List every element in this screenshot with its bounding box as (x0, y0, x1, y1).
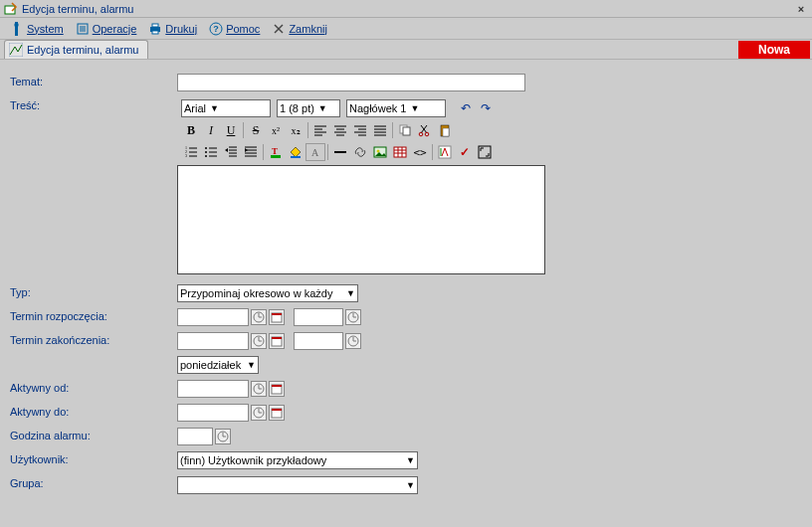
input-end-date[interactable] (177, 332, 249, 350)
calendar-picker-icon[interactable] (269, 405, 285, 421)
menu-zamknij-label: Zamknij (289, 23, 327, 35)
window-icon (4, 2, 18, 16)
rich-text-editor: Arial▼ 1 (8 pt)▼ Nagłówek 1▼ ↶ ↷ (177, 97, 545, 274)
clock-picker-icon[interactable] (251, 309, 267, 325)
italic-icon[interactable]: I (201, 121, 221, 139)
calendar-picker-icon[interactable] (269, 381, 285, 397)
menu-pomoc[interactable]: ? Pomoc (203, 22, 266, 36)
select-group[interactable]: ▼ (177, 476, 418, 494)
input-alarm-time[interactable] (177, 428, 213, 445)
redo-icon[interactable]: ↷ (476, 99, 496, 117)
clock-picker-icon[interactable] (345, 309, 361, 325)
align-justify-icon[interactable] (370, 121, 390, 139)
label-uzytkownik: Użytkownik: (10, 451, 177, 465)
font-color-icon[interactable]: T (266, 143, 286, 161)
table-icon[interactable] (390, 143, 410, 161)
clock-picker-icon[interactable] (251, 405, 267, 421)
input-active-to[interactable] (177, 404, 249, 422)
menu-zamknij[interactable]: Zamknij (266, 22, 333, 36)
editor-toolbar-2: B I U S x² x₂ (177, 119, 545, 141)
editor-heading-value: Nagłówek 1 (349, 102, 406, 114)
editor-toolbar-3: 123 T (177, 141, 545, 163)
svg-point-2 (14, 22, 18, 26)
tab-label: Edycja terminu, alarmu (27, 44, 139, 56)
select-day[interactable]: poniedziałek ▼ (177, 356, 259, 374)
clock-picker-icon[interactable] (215, 429, 231, 444)
toolbar-separator (432, 144, 433, 160)
status-badge-nowa: Nowa (738, 41, 810, 59)
calendar-picker-icon[interactable] (269, 333, 285, 349)
link-icon[interactable] (350, 143, 370, 161)
close-icon (272, 22, 286, 36)
toolbar-separator (392, 122, 393, 138)
menu-drukuj-label: Drukuj (165, 23, 197, 35)
unordered-list-icon[interactable] (201, 143, 221, 161)
print-icon (148, 22, 162, 36)
indent-icon[interactable] (241, 143, 261, 161)
input-temat[interactable] (177, 74, 525, 91)
fullscreen-icon[interactable] (475, 143, 495, 161)
remove-format-icon[interactable]: A (305, 143, 325, 161)
input-end-time[interactable] (294, 332, 343, 350)
svg-rect-32 (403, 127, 410, 135)
ordered-list-icon[interactable]: 123 (181, 143, 201, 161)
svg-rect-98 (272, 409, 282, 411)
svg-text:3: 3 (185, 153, 187, 158)
editor-heading-select[interactable]: Nagłówek 1▼ (346, 99, 446, 117)
align-left-icon[interactable] (310, 121, 330, 139)
paste-icon[interactable] (435, 121, 455, 139)
input-active-from[interactable] (177, 380, 249, 398)
input-start-date[interactable] (177, 308, 249, 326)
label-grupa: Grupa: (10, 475, 177, 489)
svg-rect-14 (9, 43, 23, 57)
special-char-icon[interactable] (435, 143, 455, 161)
toolbar-separator (327, 144, 328, 160)
align-right-icon[interactable] (350, 121, 370, 139)
select-user-value: (finn) Użytkownik przykładowy (180, 454, 326, 466)
image-icon[interactable] (370, 143, 390, 161)
copy-icon[interactable] (395, 121, 415, 139)
svg-rect-85 (272, 337, 282, 339)
align-center-icon[interactable] (330, 121, 350, 139)
label-typ: Typ: (10, 284, 177, 298)
menu-system[interactable]: System (4, 22, 70, 36)
svg-point-45 (205, 147, 207, 149)
active-tab[interactable]: Edycja terminu, alarmu (4, 40, 148, 59)
window-close-button[interactable]: × (794, 3, 808, 15)
system-icon (10, 22, 24, 36)
editor-content-area[interactable] (177, 165, 545, 274)
label-termin-zakonczenia: Termin zakończenia: (10, 332, 177, 346)
clock-picker-icon[interactable] (251, 381, 267, 397)
select-typ[interactable]: Przypominaj okresowo w każdy ▼ (177, 284, 358, 302)
menu-pomoc-label: Pomoc (226, 23, 260, 35)
clock-picker-icon[interactable] (345, 333, 361, 349)
label-termin-rozpoczecia: Termin rozpoczęcia: (10, 308, 177, 322)
toolbar-separator (307, 122, 308, 138)
svg-point-49 (205, 155, 207, 157)
editor-font-select[interactable]: Arial▼ (181, 99, 271, 117)
menu-drukuj[interactable]: Drukuj (142, 22, 203, 36)
label-aktywny-do: Aktywny do: (10, 404, 177, 418)
subscript-icon[interactable]: x₂ (286, 121, 305, 139)
html-source-icon[interactable]: <> (410, 143, 430, 161)
undo-icon[interactable]: ↶ (456, 99, 476, 117)
bold-icon[interactable]: B (181, 121, 201, 139)
outdent-icon[interactable] (221, 143, 241, 161)
editor-size-select[interactable]: 1 (8 pt)▼ (277, 99, 340, 117)
strikethrough-icon[interactable]: S (246, 121, 266, 139)
svg-text:T: T (272, 146, 278, 156)
select-user[interactable]: (finn) Użytkownik przykładowy ▼ (177, 451, 418, 469)
sub-header: Edycja terminu, alarmu Nowa (0, 40, 812, 60)
calendar-picker-icon[interactable] (269, 309, 285, 325)
label-temat: Temat: (10, 74, 177, 88)
superscript-icon[interactable]: x² (266, 121, 286, 139)
background-color-icon[interactable] (286, 143, 305, 161)
clock-picker-icon[interactable] (251, 333, 267, 349)
cut-icon[interactable] (415, 121, 435, 139)
horizontal-rule-icon[interactable] (330, 143, 350, 161)
spellcheck-icon[interactable]: ✓ (455, 143, 475, 161)
menu-operacje[interactable]: Operacje (70, 22, 143, 36)
toolbar-separator (263, 144, 264, 160)
input-start-time[interactable] (294, 308, 343, 326)
underline-icon[interactable]: U (221, 121, 241, 139)
